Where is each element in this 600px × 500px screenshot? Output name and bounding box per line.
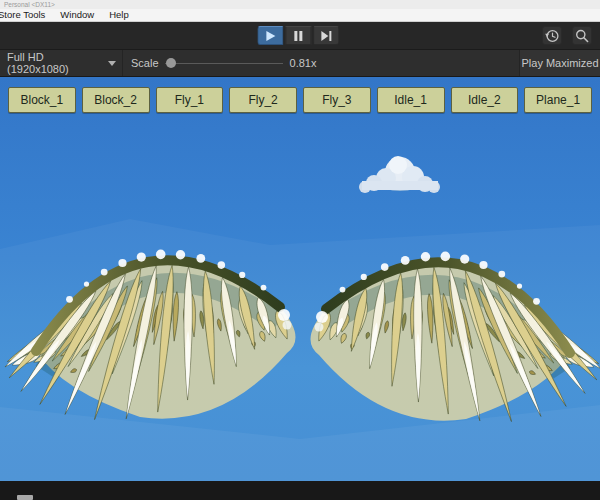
- history-clock-icon: [544, 28, 560, 44]
- slider-track[interactable]: [165, 63, 283, 65]
- window-title-bar: Personal <DX11>: [0, 0, 600, 9]
- animation-button-row: Block_1 Block_2 Fly_1 Fly_2 Fly_3 Idle_1…: [8, 87, 592, 113]
- step-forward-icon: [321, 31, 332, 41]
- status-bar: [0, 481, 600, 500]
- anim-button-fly-1[interactable]: Fly_1: [156, 87, 224, 113]
- menu-store-tools[interactable]: Store Tools: [0, 9, 45, 21]
- game-view[interactable]: Block_1 Block_2 Fly_1 Fly_2 Fly_3 Idle_1…: [0, 77, 600, 481]
- scale-value: 0.81x: [290, 57, 317, 69]
- play-controls: [257, 26, 339, 45]
- play-icon: [266, 31, 275, 41]
- menu-bar: Store Tools Window Help: [0, 9, 600, 22]
- search-button[interactable]: [572, 26, 592, 45]
- scene-render: [0, 77, 600, 481]
- anim-button-plane-1[interactable]: Plane_1: [524, 87, 592, 113]
- anim-button-fly-2[interactable]: Fly_2: [229, 87, 297, 113]
- play-button[interactable]: [257, 26, 283, 45]
- chevron-down-icon: [108, 61, 116, 66]
- anim-button-idle-2[interactable]: Idle_2: [451, 87, 519, 113]
- status-chip: [17, 495, 33, 500]
- play-maximized-toggle[interactable]: Play Maximized: [519, 50, 600, 76]
- pause-icon: [294, 31, 302, 41]
- pause-button[interactable]: [285, 26, 311, 45]
- anim-button-fly-3[interactable]: Fly_3: [303, 87, 371, 113]
- game-view-toolbar: Full HD (1920x1080) Scale 0.81x Play Max…: [0, 50, 600, 77]
- play-maximized-label: Play Maximized: [521, 57, 598, 69]
- resolution-label: Full HD (1920x1080): [7, 51, 108, 75]
- scale-slider[interactable]: [165, 56, 283, 70]
- main-toolbar: [0, 22, 600, 50]
- history-button[interactable]: [542, 26, 562, 45]
- menu-window[interactable]: Window: [60, 9, 94, 21]
- step-button[interactable]: [313, 26, 339, 45]
- search-icon: [574, 28, 590, 44]
- window-title: Personal <DX11>: [4, 1, 55, 8]
- slider-knob[interactable]: [166, 58, 176, 68]
- toolbar-right-icons: [542, 26, 592, 45]
- scale-label: Scale: [131, 57, 159, 69]
- resolution-dropdown[interactable]: Full HD (1920x1080): [0, 50, 122, 76]
- anim-button-block-1[interactable]: Block_1: [8, 87, 76, 113]
- menu-help[interactable]: Help: [109, 9, 129, 21]
- anim-button-block-2[interactable]: Block_2: [82, 87, 150, 113]
- toolbar-divider: [122, 50, 123, 76]
- cloud: [359, 156, 440, 193]
- anim-button-idle-1[interactable]: Idle_1: [377, 87, 445, 113]
